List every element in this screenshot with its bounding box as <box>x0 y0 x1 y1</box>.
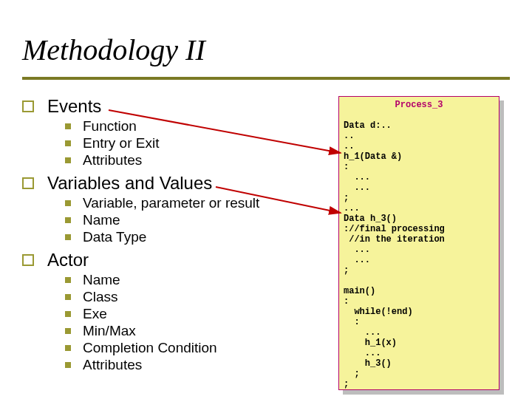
list-item-label: Exe <box>83 306 107 322</box>
square-bullet-icon <box>65 277 71 283</box>
section-heading: Variables and Values <box>47 173 212 194</box>
list-item-label: Name <box>83 272 120 288</box>
list-item: Variable, parameter or result <box>65 195 332 211</box>
list-item-label: Min/Max <box>83 323 136 339</box>
square-bullet-icon <box>65 345 71 351</box>
list-item-label: Function <box>83 118 137 134</box>
square-bullet-icon <box>22 177 34 189</box>
section-heading: Events <box>47 96 101 117</box>
list-item: Attributes <box>65 152 332 168</box>
list-item: Exe <box>65 306 332 322</box>
bullet-content: Events Function Entry or Exit Attributes… <box>22 92 332 374</box>
title-underline <box>22 77 510 80</box>
list-item: Class <box>65 289 332 305</box>
list-item: Min/Max <box>65 323 332 339</box>
section-events: Events <box>22 96 332 117</box>
square-bullet-icon <box>65 123 71 129</box>
section-heading: Actor <box>47 250 89 270</box>
list-item: Data Type <box>65 229 332 245</box>
square-bullet-icon <box>22 100 34 112</box>
square-bullet-icon <box>65 311 71 317</box>
square-bullet-icon <box>65 157 71 163</box>
code-text: Data d:.. .. .. h_1(Data &) : ... ... ; … <box>344 120 445 389</box>
list-item-label: Entry or Exit <box>83 135 159 151</box>
section-actor: Actor <box>22 250 332 270</box>
list-item: Completion Condition <box>65 340 332 356</box>
list-item: Name <box>65 212 332 228</box>
list-item-label: Name <box>83 212 120 228</box>
slide: Methodology II Events Function Entry or … <box>0 0 532 399</box>
section-variables: Variables and Values <box>22 173 332 194</box>
square-bullet-icon <box>65 294 71 300</box>
list-item-label: Class <box>83 289 118 305</box>
square-bullet-icon <box>65 362 71 368</box>
code-body: Process_3 Data d:.. .. .. h_1(Data &) : … <box>338 96 499 390</box>
list-item: Entry or Exit <box>65 135 332 151</box>
code-panel: Process_3 Data d:.. .. .. h_1(Data &) : … <box>338 96 499 390</box>
list-item: Function <box>65 118 332 134</box>
slide-title: Methodology II <box>22 33 205 67</box>
list-item-label: Variable, parameter or result <box>83 195 259 211</box>
square-bullet-icon <box>65 200 71 206</box>
list-item-label: Attributes <box>83 357 142 373</box>
list-item-label: Attributes <box>83 152 142 168</box>
list-item-label: Completion Condition <box>83 340 217 356</box>
code-header: Process_3 <box>344 100 494 110</box>
square-bullet-icon <box>65 328 71 334</box>
list-item-label: Data Type <box>83 229 146 245</box>
square-bullet-icon <box>22 254 34 266</box>
square-bullet-icon <box>65 140 71 146</box>
list-item: Name <box>65 272 332 288</box>
square-bullet-icon <box>65 234 71 240</box>
list-item: Attributes <box>65 357 332 373</box>
square-bullet-icon <box>65 217 71 223</box>
